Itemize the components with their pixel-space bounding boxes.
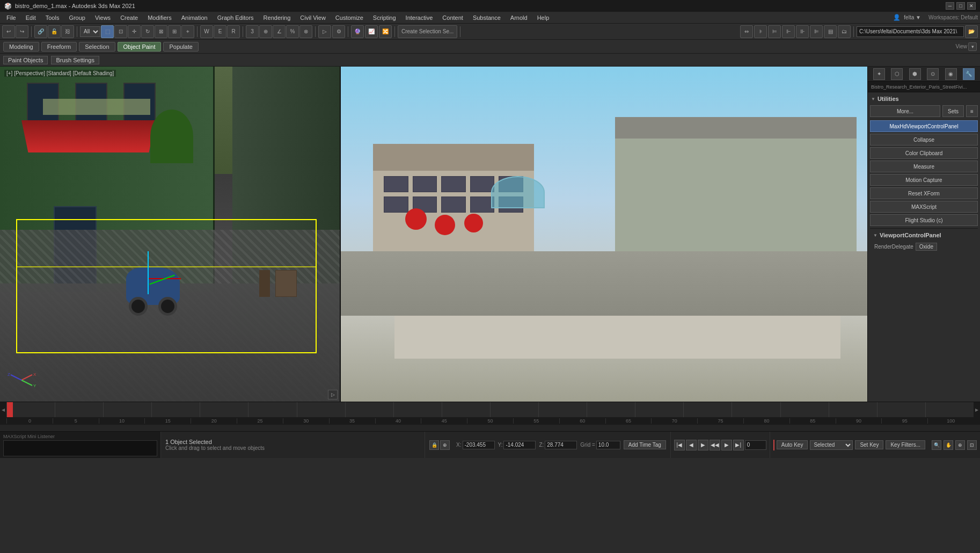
scale2-button[interactable]: ⊞ xyxy=(168,25,181,38)
timeline-bar[interactable]: ◀ xyxy=(0,402,980,417)
sets-button[interactable]: Sets xyxy=(942,105,964,117)
mode-populate[interactable]: Populate xyxy=(163,42,198,52)
collapse-button[interactable]: Collapse xyxy=(870,134,978,145)
menu-customize[interactable]: Customize xyxy=(331,13,368,22)
scene-explorer-button[interactable]: 🗂 xyxy=(838,25,851,38)
align3-button[interactable]: ⊩ xyxy=(782,25,795,38)
path-input[interactable] xyxy=(857,26,964,37)
timeline-grid[interactable] xyxy=(6,402,974,417)
reset-xform-button[interactable]: Reset XForm xyxy=(870,187,978,199)
mode-object-paint[interactable]: Object Paint xyxy=(118,42,162,52)
prev-frame-button[interactable]: ◀ xyxy=(686,440,697,450)
color-clipboard-button[interactable]: Color Clipboard xyxy=(870,147,978,159)
menu-civil-view[interactable]: Civil View xyxy=(296,13,330,22)
menu-rendering[interactable]: Rendering xyxy=(259,13,295,22)
menu-modifiers[interactable]: Modifiers xyxy=(143,13,176,22)
current-frame-input[interactable] xyxy=(745,440,766,450)
align5-button[interactable]: ⊫ xyxy=(810,25,823,38)
create-selection-button[interactable]: Create Selection Se... xyxy=(398,25,457,38)
viewport-right[interactable] xyxy=(341,67,867,402)
key-mode-dropdown[interactable]: Selected xyxy=(810,440,853,450)
select-filter-dropdown[interactable]: All xyxy=(80,26,100,37)
viewport-left[interactable]: X Y Z [+] [Perspective] [Standard] [Defa… xyxy=(0,67,341,402)
menu-arnold[interactable]: Arnold xyxy=(506,13,532,22)
list-icon-button[interactable]: ≡ xyxy=(966,105,978,117)
curve-editor-button[interactable]: 📈 xyxy=(365,25,378,38)
undo-button[interactable]: ↩ xyxy=(2,25,15,38)
render-scene-button[interactable]: ▷ xyxy=(318,25,331,38)
x-input[interactable] xyxy=(463,441,495,449)
align-button[interactable]: ⊧ xyxy=(754,25,767,38)
next-frame-button[interactable]: ▶ xyxy=(721,440,732,450)
menu-group[interactable]: Group xyxy=(64,13,90,22)
paint-objects-button[interactable]: Paint Objects xyxy=(3,56,48,64)
rotate-button[interactable]: ↻ xyxy=(141,25,154,38)
menu-interactive[interactable]: Interactive xyxy=(401,13,437,22)
orbit-button[interactable]: ⊕ xyxy=(955,440,965,450)
menu-create[interactable]: Create xyxy=(116,13,142,22)
coord-snap-button[interactable]: ⊕ xyxy=(440,440,450,450)
mode-modeling[interactable]: Modeling xyxy=(3,42,39,52)
snap2d-button[interactable]: ⊕ xyxy=(259,25,272,38)
menu-edit[interactable]: Edit xyxy=(21,13,40,22)
snap3d-button[interactable]: 3 xyxy=(246,25,259,38)
auto-key-button[interactable]: Auto Key xyxy=(777,440,808,449)
snap-pct-button[interactable]: % xyxy=(286,25,299,38)
browse-button[interactable]: 📂 xyxy=(965,25,978,38)
menu-graph-editors[interactable]: Graph Editors xyxy=(213,13,258,22)
ref3-button[interactable]: R xyxy=(227,25,240,38)
select-region-button[interactable]: ⊡ xyxy=(114,25,127,38)
vp-play-button[interactable]: ▷ xyxy=(328,390,338,399)
set-key-button[interactable]: Set Key xyxy=(855,440,883,449)
mode-freeform[interactable]: Freeform xyxy=(41,42,77,52)
listener-input[interactable] xyxy=(3,440,157,456)
zoom-button[interactable]: 🔍 xyxy=(932,440,941,450)
maxscript-listener[interactable]: MAXScript Mini Listener xyxy=(0,432,161,458)
menu-tools[interactable]: Tools xyxy=(41,13,64,22)
link-button[interactable]: 🔗 xyxy=(34,25,47,38)
display-panel-button[interactable]: ◉ xyxy=(945,68,957,80)
menu-views[interactable]: Views xyxy=(91,13,115,22)
menu-content[interactable]: Content xyxy=(438,13,467,22)
coord-lock-button[interactable]: 🔒 xyxy=(429,440,439,450)
render-delegate-value[interactable]: Oxide xyxy=(916,243,937,251)
view-expand-icon[interactable]: ▾ xyxy=(968,42,977,51)
schematic-view-button[interactable]: 🔀 xyxy=(379,25,392,38)
menu-animation[interactable]: Animation xyxy=(177,13,212,22)
play-button[interactable]: ▶ xyxy=(698,440,708,450)
render-setup-button[interactable]: ⚙ xyxy=(332,25,345,38)
layers-button[interactable]: ▤ xyxy=(824,25,837,38)
menu-help[interactable]: Help xyxy=(533,13,554,22)
close-button[interactable]: ✕ xyxy=(967,2,976,10)
brush-settings-button[interactable]: Brush Settings xyxy=(51,56,99,64)
create-panel-button[interactable]: ✦ xyxy=(873,68,885,80)
utilities-panel-button[interactable]: 🔧 xyxy=(963,68,975,80)
menu-substance[interactable]: Substance xyxy=(469,13,505,22)
z-input[interactable] xyxy=(545,441,577,449)
flight-studio-button[interactable]: Flight Studio (c) xyxy=(870,214,978,226)
y-input[interactable] xyxy=(503,441,536,449)
mirror-button[interactable]: ⇔ xyxy=(740,25,753,38)
bind-button[interactable]: ⛓ xyxy=(61,25,74,38)
snap-angle-button[interactable]: ∠ xyxy=(273,25,286,38)
add-time-tag-button[interactable]: Add Time Tag xyxy=(624,440,666,449)
motion-panel-button[interactable]: ⊙ xyxy=(927,68,939,80)
menu-file[interactable]: File xyxy=(2,13,20,22)
pan-button[interactable]: ✋ xyxy=(944,440,953,450)
hierarchy-panel-button[interactable]: ⬢ xyxy=(909,68,921,80)
motion-capture-button[interactable]: Motion Capture xyxy=(870,174,978,186)
unlink-button[interactable]: 🔓 xyxy=(48,25,61,38)
measure-button[interactable]: Measure xyxy=(870,161,978,172)
mode-selection[interactable]: Selection xyxy=(79,42,115,52)
key-filters-button[interactable]: Key Filters... xyxy=(886,440,925,449)
minimize-button[interactable]: ─ xyxy=(946,2,954,10)
grid-input[interactable] xyxy=(596,441,620,449)
maxscript-button[interactable]: MAXScript xyxy=(870,201,978,213)
ref2-button[interactable]: E xyxy=(214,25,226,38)
placement-button[interactable]: ⌖ xyxy=(181,25,194,38)
go-start-button[interactable]: |◀ xyxy=(674,440,685,450)
select-button[interactable]: ⬚ xyxy=(101,25,114,38)
maximize-button[interactable]: □ xyxy=(956,2,965,10)
go-end-button[interactable]: ▶| xyxy=(733,440,744,450)
snap-spin-button[interactable]: ⊗ xyxy=(299,25,312,38)
